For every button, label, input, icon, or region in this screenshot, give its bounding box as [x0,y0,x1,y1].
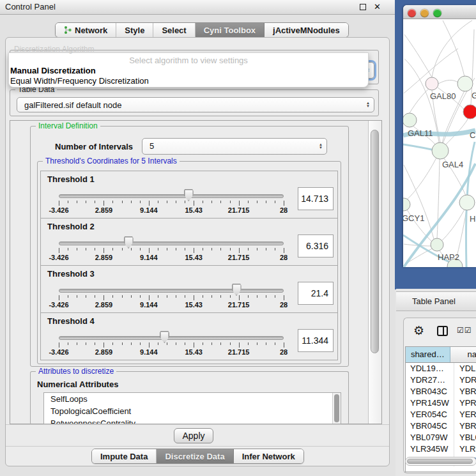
tab-select[interactable]: Select [153,23,194,37]
tab-infer-network[interactable]: Infer Network [233,449,303,463]
network-window-titlebar[interactable] [403,5,476,19]
tick-mark [86,201,86,203]
threshold-value-field[interactable]: 11.344 [298,329,334,352]
tab-label: jActiveMNodules [273,26,340,35]
cell-name: YDL19 [454,363,476,374]
cell-name: YER05 [454,409,476,420]
table-row[interactable]: YLR345WYLR34 [406,443,476,455]
select-columns-icon[interactable]: ☑☑ [457,326,472,335]
tick-mark [194,342,194,348]
threshold-value-field[interactable]: 6.316 [298,234,334,257]
combo-stepper-icon[interactable]: ▲▼ [319,143,323,150]
apply-button[interactable]: Apply [174,428,213,443]
table-body: YDL19…YDL19YDR27…YDR27YBR043CYBR04YPR145… [406,363,476,466]
slider-thumb[interactable] [184,189,194,201]
node-left[interactable] [403,113,417,127]
settings-scroll-panel: Interval Definition Number of Intervals … [10,120,382,424]
column-layout-icon[interactable] [437,326,448,336]
tick-mark [86,295,86,298]
tick-mark [211,295,212,298]
tick-label: 9.144 [140,206,158,214]
tick-label: -3.426 [49,348,68,356]
zoom-traffic-light[interactable] [433,9,441,17]
network-graph[interactable]: GAL80GAGAL11CGAL4GCY1HHAP2 [403,19,476,267]
node-gal4[interactable] [432,142,449,159]
tick-mark [176,248,176,250]
threshold-value-field[interactable]: 14.713 [298,187,334,210]
table-row[interactable]: YDR27…YDR27 [406,374,476,386]
attribute-list-item[interactable]: SelfLoops [44,393,341,405]
number-of-intervals-combobox[interactable]: 5 ▲▼ [142,138,327,155]
node-gcy1[interactable] [403,198,410,211]
tick-mark [149,201,150,206]
tick-mark [266,342,266,345]
table-row[interactable]: YBR043CYBR04 [406,386,476,397]
node-hap2[interactable] [431,238,443,251]
attribute-list-item[interactable]: TopologicalCoefficient [44,405,341,417]
tick-mark [140,201,141,203]
column-header-name[interactable]: na [450,347,476,362]
tab-style[interactable]: Style [116,23,153,37]
algorithm-dropdown-popup: Select algorithm to view settings Manual… [8,52,369,88]
numerical-attributes-list[interactable]: SelfLoopsTopologicalCoefficientBetweenne… [43,392,341,424]
tab-network[interactable]: Network [56,23,116,37]
table-row[interactable]: YPR145WYPR14 [406,397,476,409]
slider-track[interactable] [59,194,284,198]
table-row[interactable]: YBR045CYBR04 [406,420,476,432]
threshold-slider[interactable]: -3.4262.8599.14415.4321.71528 [59,266,284,314]
tick-mark [122,295,123,298]
slider-thumb[interactable] [124,236,134,249]
settings-vertical-scrollbar[interactable] [368,121,381,424]
tick-mark [167,248,167,250]
table-horizontal-scrollbar[interactable] [405,457,476,466]
node-top-right[interactable] [457,76,473,91]
tick-mark [185,295,185,298]
popup-item-manual-discretization[interactable]: Manual Discretization [10,66,96,75]
cell-name: YLR34 [454,443,476,455]
threshold-value-field[interactable]: 21.4 [298,282,334,305]
node-label-hap2: HAP2 [438,252,459,262]
tick-mark [230,342,231,345]
tab-discretize-data[interactable]: Discretize Data [156,449,233,463]
slider-thumb[interactable] [160,331,169,343]
slider-thumb[interactable] [232,284,242,296]
popup-item-equal-width-frequency[interactable]: Equal Width/Frequency Discretization [10,76,149,86]
network-canvas[interactable]: GAL80GAGAL11CGAL4GCY1HHAP2 [403,19,476,267]
tab-jactivemnodules[interactable]: jActiveMNodules [264,23,348,37]
slider-track[interactable] [59,336,284,340]
node-gal80[interactable] [426,77,438,90]
attributes-to-discretize-group: Attributes to discretize Numerical Attri… [30,371,349,424]
column-header-shared-name[interactable]: shared… [406,347,450,362]
tab-cyni-toolbox[interactable]: Cyni Toolbox [195,23,264,37]
tab-impute-data[interactable]: Impute Data [92,449,156,463]
slider-track[interactable] [59,242,284,245]
close-traffic-light[interactable] [408,9,416,17]
threshold-slider[interactable]: -3.4262.8599.14415.4321.71528 [59,219,284,266]
tick-mark [239,295,240,300]
minimize-traffic-light[interactable] [420,9,429,17]
tick-mark [239,248,240,253]
gear-icon[interactable]: ⚙ [413,323,424,338]
tick-mark [86,248,86,250]
threshold-slider[interactable]: -3.4262.8599.14415.4321.71528 [59,313,284,361]
table-hscrollbar-thumb[interactable] [407,459,473,464]
table-data-combobox[interactable]: galFiltered.sif default node ▲▼ [17,97,374,112]
table-row[interactable]: YBL079WYBL07 [406,432,476,443]
attributes-scrollbar-thumb[interactable] [334,394,339,422]
close-icon[interactable]: ✕ [374,2,381,12]
node-red[interactable] [463,105,476,119]
table-row[interactable]: YDL19…YDL19 [406,363,476,374]
table-data-combo-value: galFiltered.sif default node [24,98,121,113]
float-window-icon[interactable] [360,4,366,10]
threshold-slider[interactable]: -3.4262.8599.14415.4321.71528 [59,171,284,219]
table-row[interactable]: YER054CYER05 [406,409,476,420]
node-right[interactable] [459,195,475,210]
settings-scrollbar-thumb[interactable] [371,130,379,353]
node-attribute-table[interactable]: shared… na YDL19…YDL19YDR27…YDR27YBR043C… [405,346,476,472]
tick-mark [257,295,257,298]
attributes-scrollbar[interactable] [332,393,341,424]
slider-track[interactable] [59,289,284,293]
attribute-list-item[interactable]: BetweennessCentrality [44,417,341,424]
combo-stepper-icon[interactable]: ▲▼ [366,102,370,108]
tick-mark [140,248,141,250]
